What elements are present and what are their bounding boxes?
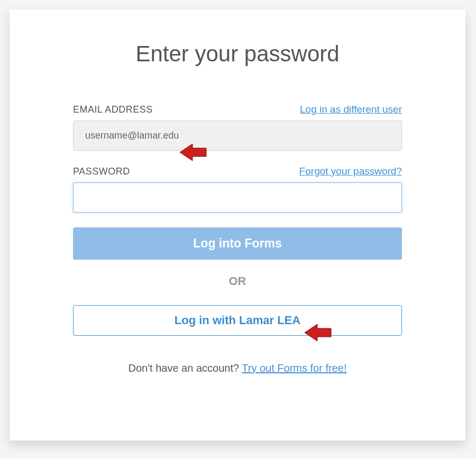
- password-label-row: PASSWORD Forgot your password?: [73, 166, 402, 177]
- forgot-password-link[interactable]: Forgot your password?: [299, 166, 402, 177]
- login-button[interactable]: Log into Forms: [73, 227, 402, 260]
- switch-user-link[interactable]: Log in as different user: [300, 104, 402, 115]
- email-field: [73, 121, 402, 151]
- email-label: EMAIL ADDRESS: [73, 104, 153, 115]
- sso-login-button[interactable]: Log in with Lamar LEA: [73, 305, 402, 336]
- login-card: Enter your password EMAIL ADDRESS Log in…: [10, 10, 465, 440]
- password-field[interactable]: [73, 182, 402, 213]
- signup-row: Don't have an account? Try out Forms for…: [73, 362, 402, 374]
- email-input-wrapper: [73, 121, 402, 151]
- signup-prompt: Don't have an account?: [129, 362, 242, 374]
- page-title: Enter your password: [73, 41, 402, 67]
- signup-link[interactable]: Try out Forms for free!: [242, 362, 346, 374]
- email-label-row: EMAIL ADDRESS Log in as different user: [73, 104, 402, 115]
- divider-text: OR: [73, 274, 402, 288]
- password-label: PASSWORD: [73, 166, 130, 177]
- password-input-wrapper: [73, 182, 402, 213]
